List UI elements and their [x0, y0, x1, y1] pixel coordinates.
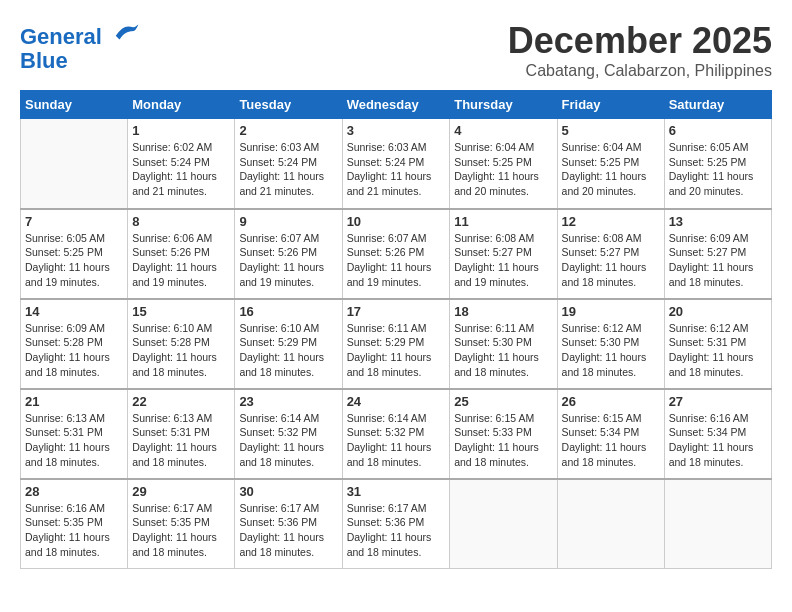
calendar-cell: 23Sunrise: 6:14 AMSunset: 5:32 PMDayligh…: [235, 389, 342, 479]
calendar-cell: 20Sunrise: 6:12 AMSunset: 5:31 PMDayligh…: [664, 299, 771, 389]
day-info: Sunrise: 6:13 AMSunset: 5:31 PMDaylight:…: [132, 411, 230, 470]
day-info: Sunrise: 6:16 AMSunset: 5:34 PMDaylight:…: [669, 411, 767, 470]
day-info: Sunrise: 6:12 AMSunset: 5:31 PMDaylight:…: [669, 321, 767, 380]
day-info: Sunrise: 6:15 AMSunset: 5:34 PMDaylight:…: [562, 411, 660, 470]
calendar-cell: 21Sunrise: 6:13 AMSunset: 5:31 PMDayligh…: [21, 389, 128, 479]
calendar-cell: 28Sunrise: 6:16 AMSunset: 5:35 PMDayligh…: [21, 479, 128, 569]
calendar-cell: 10Sunrise: 6:07 AMSunset: 5:26 PMDayligh…: [342, 209, 450, 299]
day-info: Sunrise: 6:02 AMSunset: 5:24 PMDaylight:…: [132, 140, 230, 199]
day-number: 1: [132, 123, 230, 138]
calendar-cell: 3Sunrise: 6:03 AMSunset: 5:24 PMDaylight…: [342, 119, 450, 209]
calendar-cell: 17Sunrise: 6:11 AMSunset: 5:29 PMDayligh…: [342, 299, 450, 389]
calendar-cell: 6Sunrise: 6:05 AMSunset: 5:25 PMDaylight…: [664, 119, 771, 209]
day-info: Sunrise: 6:08 AMSunset: 5:27 PMDaylight:…: [454, 231, 552, 290]
calendar-cell: [557, 479, 664, 569]
day-info: Sunrise: 6:07 AMSunset: 5:26 PMDaylight:…: [239, 231, 337, 290]
calendar-cell: 19Sunrise: 6:12 AMSunset: 5:30 PMDayligh…: [557, 299, 664, 389]
day-info: Sunrise: 6:07 AMSunset: 5:26 PMDaylight:…: [347, 231, 446, 290]
day-info: Sunrise: 6:11 AMSunset: 5:29 PMDaylight:…: [347, 321, 446, 380]
day-number: 31: [347, 484, 446, 499]
day-number: 27: [669, 394, 767, 409]
day-number: 3: [347, 123, 446, 138]
calendar-cell: 25Sunrise: 6:15 AMSunset: 5:33 PMDayligh…: [450, 389, 557, 479]
weekday-header-monday: Monday: [128, 91, 235, 119]
day-info: Sunrise: 6:05 AMSunset: 5:25 PMDaylight:…: [25, 231, 123, 290]
calendar-cell: 8Sunrise: 6:06 AMSunset: 5:26 PMDaylight…: [128, 209, 235, 299]
weekday-header-friday: Friday: [557, 91, 664, 119]
calendar-cell: 13Sunrise: 6:09 AMSunset: 5:27 PMDayligh…: [664, 209, 771, 299]
day-number: 11: [454, 214, 552, 229]
location: Cabatang, Calabarzon, Philippines: [508, 62, 772, 80]
day-number: 26: [562, 394, 660, 409]
day-info: Sunrise: 6:04 AMSunset: 5:25 PMDaylight:…: [562, 140, 660, 199]
calendar-cell: 22Sunrise: 6:13 AMSunset: 5:31 PMDayligh…: [128, 389, 235, 479]
day-info: Sunrise: 6:14 AMSunset: 5:32 PMDaylight:…: [239, 411, 337, 470]
day-number: 24: [347, 394, 446, 409]
calendar-cell: 7Sunrise: 6:05 AMSunset: 5:25 PMDaylight…: [21, 209, 128, 299]
day-info: Sunrise: 6:11 AMSunset: 5:30 PMDaylight:…: [454, 321, 552, 380]
day-info: Sunrise: 6:14 AMSunset: 5:32 PMDaylight:…: [347, 411, 446, 470]
day-number: 20: [669, 304, 767, 319]
day-info: Sunrise: 6:16 AMSunset: 5:35 PMDaylight:…: [25, 501, 123, 560]
day-number: 7: [25, 214, 123, 229]
calendar-cell: 5Sunrise: 6:04 AMSunset: 5:25 PMDaylight…: [557, 119, 664, 209]
weekday-header-wednesday: Wednesday: [342, 91, 450, 119]
day-info: Sunrise: 6:09 AMSunset: 5:28 PMDaylight:…: [25, 321, 123, 380]
day-info: Sunrise: 6:17 AMSunset: 5:36 PMDaylight:…: [347, 501, 446, 560]
day-info: Sunrise: 6:13 AMSunset: 5:31 PMDaylight:…: [25, 411, 123, 470]
calendar-cell: 16Sunrise: 6:10 AMSunset: 5:29 PMDayligh…: [235, 299, 342, 389]
day-info: Sunrise: 6:08 AMSunset: 5:27 PMDaylight:…: [562, 231, 660, 290]
calendar-cell: 11Sunrise: 6:08 AMSunset: 5:27 PMDayligh…: [450, 209, 557, 299]
day-number: 12: [562, 214, 660, 229]
calendar-cell: 15Sunrise: 6:10 AMSunset: 5:28 PMDayligh…: [128, 299, 235, 389]
day-info: Sunrise: 6:03 AMSunset: 5:24 PMDaylight:…: [239, 140, 337, 199]
day-info: Sunrise: 6:05 AMSunset: 5:25 PMDaylight:…: [669, 140, 767, 199]
day-number: 13: [669, 214, 767, 229]
day-info: Sunrise: 6:06 AMSunset: 5:26 PMDaylight:…: [132, 231, 230, 290]
day-info: Sunrise: 6:10 AMSunset: 5:28 PMDaylight:…: [132, 321, 230, 380]
month-title: December 2025: [508, 20, 772, 62]
weekday-header-saturday: Saturday: [664, 91, 771, 119]
logo-text: General Blue: [20, 20, 142, 73]
calendar-cell: 24Sunrise: 6:14 AMSunset: 5:32 PMDayligh…: [342, 389, 450, 479]
day-number: 18: [454, 304, 552, 319]
calendar-cell: 27Sunrise: 6:16 AMSunset: 5:34 PMDayligh…: [664, 389, 771, 479]
calendar-cell: [664, 479, 771, 569]
day-number: 8: [132, 214, 230, 229]
day-number: 25: [454, 394, 552, 409]
weekday-header-tuesday: Tuesday: [235, 91, 342, 119]
day-number: 16: [239, 304, 337, 319]
calendar-cell: 26Sunrise: 6:15 AMSunset: 5:34 PMDayligh…: [557, 389, 664, 479]
day-info: Sunrise: 6:03 AMSunset: 5:24 PMDaylight:…: [347, 140, 446, 199]
day-number: 30: [239, 484, 337, 499]
day-number: 9: [239, 214, 337, 229]
day-number: 15: [132, 304, 230, 319]
calendar-cell: [450, 479, 557, 569]
day-number: 10: [347, 214, 446, 229]
day-number: 6: [669, 123, 767, 138]
day-number: 22: [132, 394, 230, 409]
calendar-cell: [21, 119, 128, 209]
title-block: December 2025 Cabatang, Calabarzon, Phil…: [508, 20, 772, 80]
day-number: 14: [25, 304, 123, 319]
calendar-cell: 31Sunrise: 6:17 AMSunset: 5:36 PMDayligh…: [342, 479, 450, 569]
day-number: 29: [132, 484, 230, 499]
day-info: Sunrise: 6:12 AMSunset: 5:30 PMDaylight:…: [562, 321, 660, 380]
calendar-cell: 12Sunrise: 6:08 AMSunset: 5:27 PMDayligh…: [557, 209, 664, 299]
day-number: 28: [25, 484, 123, 499]
day-number: 17: [347, 304, 446, 319]
calendar-cell: 4Sunrise: 6:04 AMSunset: 5:25 PMDaylight…: [450, 119, 557, 209]
day-info: Sunrise: 6:09 AMSunset: 5:27 PMDaylight:…: [669, 231, 767, 290]
logo-bird-icon: [112, 20, 142, 44]
logo: General Blue: [20, 20, 142, 73]
day-number: 23: [239, 394, 337, 409]
day-number: 5: [562, 123, 660, 138]
calendar-cell: 14Sunrise: 6:09 AMSunset: 5:28 PMDayligh…: [21, 299, 128, 389]
calendar-cell: 29Sunrise: 6:17 AMSunset: 5:35 PMDayligh…: [128, 479, 235, 569]
day-info: Sunrise: 6:17 AMSunset: 5:36 PMDaylight:…: [239, 501, 337, 560]
calendar-header: SundayMondayTuesdayWednesdayThursdayFrid…: [21, 91, 772, 119]
day-info: Sunrise: 6:17 AMSunset: 5:35 PMDaylight:…: [132, 501, 230, 560]
calendar-cell: 30Sunrise: 6:17 AMSunset: 5:36 PMDayligh…: [235, 479, 342, 569]
day-number: 4: [454, 123, 552, 138]
weekday-header-sunday: Sunday: [21, 91, 128, 119]
